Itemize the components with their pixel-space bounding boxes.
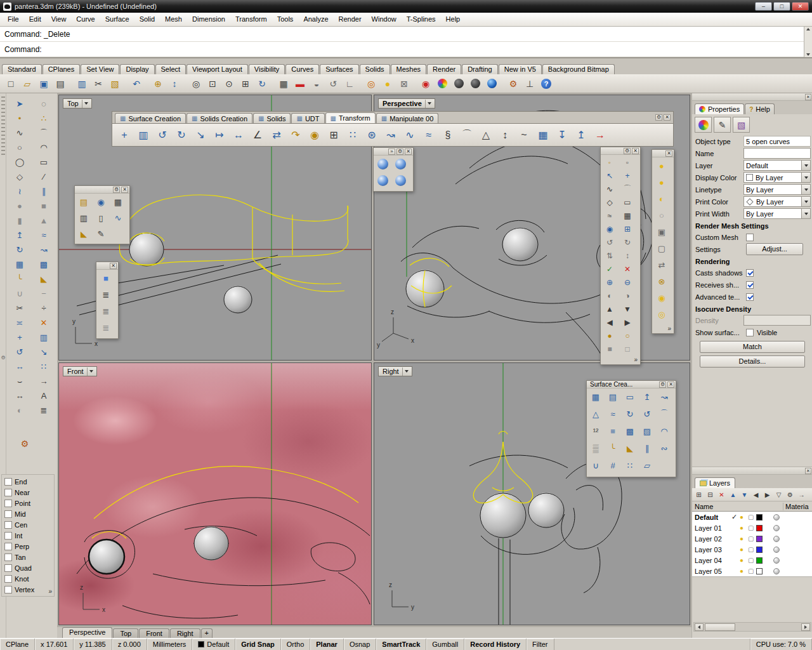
ortho-toggle[interactable]: Ortho [281, 639, 311, 650]
menu-item[interactable]: Analyze [298, 13, 333, 26]
palette-title-bar[interactable]: ✕ [652, 150, 674, 157]
menu-item[interactable]: File [3, 13, 24, 26]
curve-icon[interactable]: ∿ [8, 126, 32, 140]
new-viewport-tab-button[interactable]: + [201, 628, 213, 638]
srf-edge-curves-icon[interactable]: ▤ [605, 390, 620, 404]
panel-header[interactable]: ✕ [692, 93, 812, 101]
layer-material-icon[interactable] [773, 514, 780, 521]
blend-surface-icon[interactable]: ∾ [657, 441, 672, 455]
layer-lock-icon[interactable]: ▢ [748, 535, 756, 542]
stretch-icon[interactable]: ↕ [495, 126, 514, 144]
close-icon[interactable]: ✕ [665, 150, 672, 157]
record-history-toggle[interactable]: Record History [464, 639, 527, 650]
chevron-down-icon[interactable] [402, 368, 410, 376]
xray-mode-icon[interactable] [393, 173, 408, 187]
osnap-row[interactable]: Knot [4, 573, 54, 584]
layer-color-swatch[interactable] [756, 525, 763, 531]
toolbar-group-tab[interactable]: Viewport Layout [187, 64, 248, 74]
toolbar-tab[interactable]: ▦ Solids Creation [187, 113, 252, 123]
new-layer-icon[interactable]: ⊞ [693, 489, 704, 500]
menu-item[interactable]: Curve [71, 13, 100, 26]
viewport-page-tab[interactable]: Top [113, 628, 138, 638]
viewport-label-front[interactable]: Front [63, 366, 97, 376]
shaded-mode-icon[interactable] [375, 157, 390, 171]
adjust-seam-icon[interactable]: ◇ [602, 196, 617, 209]
toolbar-group-tab[interactable]: Meshes [391, 64, 427, 74]
palette-title-bar[interactable]: ⚙ ✕ [75, 186, 129, 194]
move-down-icon[interactable]: ▼ [739, 489, 750, 500]
toolbar-group-tab[interactable]: Solids [360, 64, 390, 74]
box-icon[interactable]: ■ [32, 199, 56, 213]
new-sublayer-icon[interactable]: ⊟ [705, 489, 716, 500]
refit-icon[interactable]: ≈ [602, 209, 617, 222]
split-icon[interactable]: ÷ [32, 301, 56, 315]
maximize-button[interactable]: □ [773, 2, 790, 11]
help-icon[interactable]: ? [541, 79, 551, 89]
palette-title-bar[interactable]: ✕ [96, 262, 118, 270]
layer-name[interactable]: Layer 01 [695, 524, 731, 532]
scroll-down-icon[interactable] [806, 53, 810, 56]
toolbar-group-tab[interactable]: Display [120, 64, 154, 74]
x-coordinate[interactable]: x 17.601 [35, 639, 74, 650]
chamfer-surface-icon[interactable]: ◣ [622, 441, 638, 455]
half-light-icon[interactable]: ◑ [620, 289, 635, 302]
point-icon[interactable]: • [8, 111, 32, 126]
filter-pane[interactable]: Filter [527, 639, 554, 650]
menu-item[interactable]: Mesh [160, 13, 187, 26]
extrude-straight-icon[interactable]: ↥ [639, 390, 655, 404]
front-viewport-canvas[interactable]: x z [59, 363, 371, 625]
pull-icon[interactable]: ↥ [572, 126, 591, 144]
gear-icon[interactable]: ⚙ [655, 114, 662, 121]
flow-along-curve-icon[interactable]: ∿ [400, 126, 419, 144]
add-icon[interactable]: ⊕ [602, 275, 617, 289]
isolate-icon[interactable]: ◎ [654, 307, 669, 321]
chevron-down-icon[interactable] [801, 161, 810, 170]
layers-horizontal-scrollbar[interactable] [693, 622, 811, 632]
units-pane[interactable]: Millimeters [147, 639, 193, 650]
cplane-pane[interactable]: CPlane [0, 639, 35, 650]
connect-surface-icon[interactable]: ∪ [588, 458, 603, 472]
custom-mesh-checkbox[interactable] [746, 234, 754, 241]
layer-color-swatch[interactable] [756, 557, 763, 564]
layer-lock-icon[interactable]: ▢ [748, 524, 756, 531]
cross-icon[interactable]: ✕ [620, 262, 635, 275]
chevron-down-icon[interactable] [425, 100, 433, 108]
layer-material-icon[interactable] [773, 557, 780, 564]
copy-tool-icon[interactable]: ▥ [32, 330, 56, 345]
array-curve-icon[interactable]: ↝ [381, 126, 400, 144]
scroll-right-icon[interactable]: → [796, 489, 807, 500]
sweep-2-icon[interactable]: ¹² [588, 424, 603, 438]
tab-help[interactable]: ? Help [745, 103, 775, 114]
close-icon[interactable]: ✕ [110, 263, 117, 269]
viewport-label-top[interactable]: Top [63, 98, 92, 109]
tab-properties[interactable]: Properties [695, 103, 744, 114]
paste-tool-icon[interactable]: ▤ [76, 195, 91, 209]
y-coordinate[interactable]: y 11.385 [74, 639, 112, 650]
toolbar-group-tab[interactable]: Set View [81, 64, 119, 74]
active-layer-pane[interactable]: Default [192, 639, 235, 650]
orient-icon[interactable]: ↷ [286, 126, 305, 144]
array-rect-icon[interactable]: ∷ [343, 126, 362, 144]
next-toolbar-icon[interactable]: → [591, 126, 610, 144]
details-button[interactable]: Details... [700, 355, 805, 368]
material-column-header[interactable]: Materia [783, 503, 812, 510]
copy-icon[interactable]: ▥ [74, 76, 89, 91]
earth-icon[interactable] [484, 76, 499, 91]
palette-title-bar[interactable]: » ⚙ ✕ [374, 148, 413, 156]
grid-3d-icon[interactable]: ▦ [110, 195, 126, 209]
layer-row[interactable]: Layer 02 ✓ ● ▢ [692, 533, 812, 544]
osnap-checkbox[interactable] [4, 554, 12, 561]
lock-closed-icon[interactable]: ▣ [654, 225, 669, 239]
render-preview-icon[interactable] [451, 76, 466, 91]
check-icon[interactable]: ✓ [602, 262, 617, 275]
bulb-on-icon[interactable]: ● [654, 159, 669, 173]
spin-view-icon[interactable]: ↺ [325, 76, 341, 91]
menu-item[interactable]: View [46, 13, 72, 26]
zoom-selected-icon[interactable]: ⊙ [221, 76, 237, 91]
kink-icon[interactable]: ⊞ [620, 222, 635, 235]
chamfer-icon[interactable]: ◣ [32, 272, 56, 286]
point-grid-icon[interactable]: ∷ [622, 458, 638, 472]
fillet-surface-icon[interactable]: ╰ [605, 441, 620, 455]
rotate-view-icon[interactable]: ↻ [254, 76, 270, 91]
delete-layer-icon[interactable]: ✕ [716, 489, 727, 500]
